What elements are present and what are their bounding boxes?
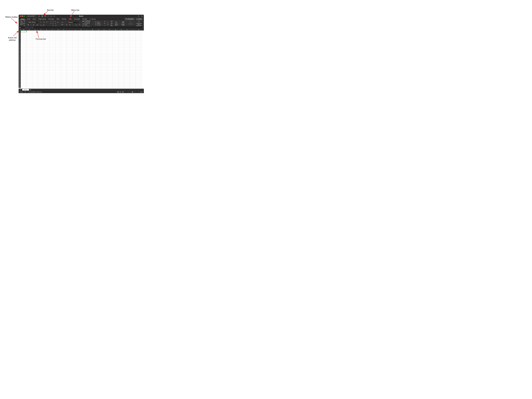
cell-L7[interactable] (84, 39, 90, 41)
cell-U5[interactable] (136, 36, 141, 38)
column-header-B[interactable]: B (26, 29, 32, 31)
cell-G9[interactable] (55, 42, 61, 44)
cell-N21[interactable] (95, 59, 101, 61)
cell-H15[interactable] (61, 51, 67, 52)
cell-I26[interactable] (67, 66, 72, 68)
minimize-window-button[interactable] (22, 16, 23, 17)
find-select-button[interactable]: Find & Select (114, 21, 119, 26)
cell-Q9[interactable] (113, 42, 118, 44)
cell-C32[interactable] (32, 75, 38, 76)
cell-H4[interactable] (61, 35, 67, 36)
borders-icon[interactable] (37, 24, 39, 26)
currency-icon[interactable]: $ (66, 24, 68, 26)
row-header-34[interactable]: 34 (19, 78, 21, 79)
cell-L23[interactable] (84, 62, 90, 64)
cell-B21[interactable] (26, 59, 32, 61)
cell-F20[interactable] (50, 58, 55, 59)
cell-I39[interactable] (67, 85, 72, 87)
cell-P35[interactable] (107, 79, 113, 81)
cell-A2[interactable] (21, 32, 26, 33)
cell-T29[interactable] (130, 71, 136, 72)
cell-R40[interactable] (118, 87, 124, 88)
cell-G32[interactable] (55, 75, 61, 76)
cell-A7[interactable] (21, 39, 26, 41)
cell-F7[interactable] (50, 39, 55, 41)
cell-Q30[interactable] (113, 72, 118, 74)
cell-B10[interactable] (26, 44, 32, 45)
cell-J3[interactable] (72, 33, 78, 35)
cell-B27[interactable] (26, 68, 32, 69)
cell-S4[interactable] (124, 35, 130, 36)
cell-C12[interactable] (32, 46, 38, 48)
cell-A11[interactable] (21, 45, 26, 46)
cell-P31[interactable] (107, 74, 113, 75)
cell-U13[interactable] (136, 48, 141, 49)
cell-H23[interactable] (61, 62, 67, 64)
cell-K34[interactable] (78, 78, 84, 79)
cell-C39[interactable] (32, 85, 38, 87)
cell-K15[interactable] (78, 51, 84, 52)
tab-review[interactable]: Review (61, 18, 67, 20)
cell-T37[interactable] (130, 82, 136, 84)
cell-Q3[interactable] (113, 33, 118, 35)
cell-R38[interactable] (118, 84, 124, 85)
cell-H27[interactable] (61, 68, 67, 69)
cell-A37[interactable] (21, 82, 26, 84)
cell-E19[interactable] (44, 56, 50, 58)
cell-Q7[interactable] (113, 39, 118, 41)
cell-N17[interactable] (95, 53, 101, 55)
row-header-30[interactable]: 30 (19, 72, 21, 74)
cell-C23[interactable] (32, 62, 38, 64)
cell-G8[interactable] (55, 41, 61, 42)
cell-K17[interactable] (78, 53, 84, 55)
delete-cells-button[interactable]: Delete (95, 23, 102, 24)
cell-A28[interactable] (21, 69, 26, 71)
cell-F29[interactable] (50, 71, 55, 72)
cell-O21[interactable] (101, 59, 107, 61)
cell-N3[interactable] (95, 33, 101, 35)
font-color-icon[interactable]: A (43, 24, 45, 26)
cell-A3[interactable] (21, 33, 26, 35)
cell-A33[interactable] (21, 76, 26, 78)
cell-T36[interactable] (130, 81, 136, 82)
cell-M2[interactable] (90, 32, 95, 33)
cell-B28[interactable] (26, 69, 32, 71)
cell-O38[interactable] (101, 84, 107, 85)
cell-F34[interactable] (50, 78, 55, 79)
cell-P39[interactable] (107, 85, 113, 87)
cell-T33[interactable] (130, 76, 136, 78)
cell-N6[interactable] (95, 38, 101, 39)
cell-M14[interactable] (90, 49, 95, 51)
copy-icon[interactable] (23, 23, 25, 24)
cell-J27[interactable] (72, 68, 78, 69)
cell-K38[interactable] (78, 84, 84, 85)
cell-N14[interactable] (95, 49, 101, 51)
wrap-text-icon[interactable]: ab (61, 22, 64, 23)
cell-U8[interactable] (136, 41, 141, 42)
cell-J11[interactable] (72, 45, 78, 46)
cell-P16[interactable] (107, 52, 113, 54)
clear-icon[interactable] (104, 25, 106, 26)
cell-I31[interactable] (67, 74, 72, 75)
cell-K6[interactable] (78, 38, 84, 39)
cell-A12[interactable] (21, 46, 26, 48)
row-header-31[interactable]: 31 (19, 74, 21, 75)
cell-J19[interactable] (72, 56, 78, 58)
cell-O4[interactable] (101, 35, 107, 36)
cell-O22[interactable] (101, 61, 107, 62)
cell-T4[interactable] (130, 35, 136, 36)
row-header-13[interactable]: 13 (19, 48, 21, 49)
cell-B8[interactable] (26, 41, 32, 42)
cell-G35[interactable] (55, 79, 61, 81)
cell-I37[interactable] (67, 82, 72, 84)
cell-B12[interactable] (26, 46, 32, 48)
percent-icon[interactable]: % (69, 24, 71, 26)
cell-T21[interactable] (130, 59, 136, 61)
row-header-23[interactable]: 23 (19, 62, 21, 64)
cell-O25[interactable] (101, 65, 107, 66)
cell-B25[interactable] (26, 65, 32, 66)
cell-U3[interactable] (136, 33, 141, 35)
cell-N35[interactable] (95, 79, 101, 81)
cell-B34[interactable] (26, 78, 32, 79)
cell-B13[interactable] (26, 48, 32, 49)
